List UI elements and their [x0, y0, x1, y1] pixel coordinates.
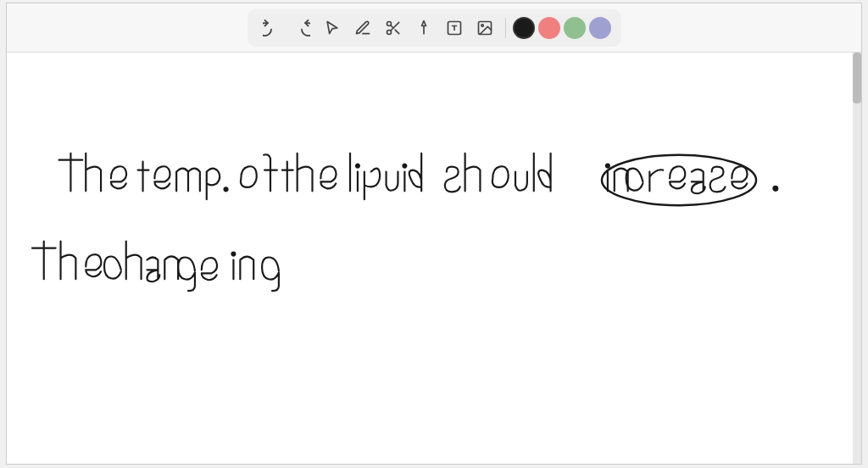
svg-point-9	[225, 187, 228, 191]
toolbar-divider	[505, 18, 506, 38]
canvas-area[interactable]	[7, 53, 861, 464]
svg-line-3	[395, 30, 399, 34]
toolbar-group	[248, 9, 621, 47]
color-pink[interactable]	[538, 17, 560, 39]
toolbar	[7, 3, 861, 53]
svg-point-15	[231, 253, 235, 256]
pen-button[interactable]	[349, 14, 376, 42]
select-button[interactable]	[319, 14, 346, 42]
redo-button[interactable]	[288, 14, 315, 42]
svg-point-11	[403, 164, 406, 168]
color-black[interactable]	[513, 17, 535, 39]
highlighter-button[interactable]	[410, 14, 437, 42]
svg-point-14	[773, 187, 777, 191]
svg-point-12	[606, 164, 609, 168]
scrollbar[interactable]	[853, 53, 861, 464]
handwriting-canvas	[7, 53, 861, 464]
image-button[interactable]	[471, 14, 498, 42]
svg-line-4	[390, 25, 392, 27]
svg-point-13	[602, 155, 756, 205]
svg-point-10	[356, 164, 359, 168]
scrollbar-thumb[interactable]	[853, 53, 861, 103]
color-lavender[interactable]	[589, 17, 611, 39]
text-button[interactable]	[441, 14, 468, 42]
color-green[interactable]	[564, 17, 586, 39]
app-container	[6, 3, 862, 465]
eraser-button[interactable]	[380, 14, 407, 42]
undo-button[interactable]	[258, 14, 285, 42]
svg-point-8	[481, 24, 483, 25]
